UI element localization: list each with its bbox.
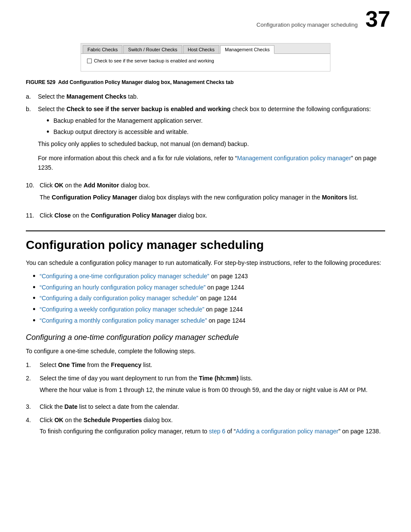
link-text-2: “Configuring an hourly configuration pol… — [40, 283, 244, 292]
header-title: Configuration policy manager scheduling — [256, 22, 358, 28]
sub-step-3: 3. Click the Date list to select a date … — [26, 402, 385, 411]
bullet-dot-l1: • — [33, 272, 40, 281]
step-b-label: b. — [26, 105, 38, 177]
subsection-intro: To configure a one-time schedule, comple… — [26, 346, 385, 356]
step-10: 10. Click OK on the Add Monitor dialog b… — [26, 181, 385, 206]
more-info-para: For more information about this check an… — [38, 153, 385, 173]
link-hourly[interactable]: “Configuring an hourly configuration pol… — [40, 284, 206, 291]
alpha-steps: a. Select the Management Checks tab. b. … — [26, 92, 385, 177]
tab-host-checks[interactable]: Host Checks — [183, 45, 219, 53]
adding-policy-link[interactable]: Adding a configuration policy manager — [236, 428, 338, 435]
step-10-list: 10. Click OK on the Add Monitor dialog b… — [26, 181, 385, 220]
sub-step-2-label: 2. — [26, 374, 40, 398]
link-item-3: • “Configuring a daily configuration pol… — [33, 294, 385, 303]
links-list: • “Configuring a one-time configuration … — [33, 272, 385, 325]
link-item-5: • “Configuring a monthly configuration p… — [33, 316, 385, 326]
step-10-para: The Configuration Policy Manager dialog … — [40, 193, 385, 202]
link-daily[interactable]: “Configuring a daily configuration polic… — [40, 295, 198, 302]
checkbox-row: Check to see if the server backup is ena… — [87, 58, 324, 63]
step4-para: To finish configuring the configuration … — [40, 427, 385, 436]
step-a-content: Select the Management Checks tab. — [38, 92, 385, 101]
dialog-body: Check to see if the server backup is ena… — [81, 54, 330, 71]
dialog-tabs: Fabric Checks Switch / Router Checks Hos… — [81, 44, 330, 54]
sub-step-4: 4. Click OK on the Schedule Properties d… — [26, 416, 385, 436]
sub-step-2: 2. Select the time of day you want deplo… — [26, 374, 385, 398]
step2-para: Where the hour value is from 1 through 1… — [40, 385, 385, 395]
link-text-3: “Configuring a daily configuration polic… — [40, 294, 237, 303]
step-10-content: Click OK on the Add Monitor dialog box. … — [40, 181, 385, 206]
bullet-dot-l4: • — [33, 305, 40, 314]
sub-step-2-content: Select the time of day you want deployme… — [40, 374, 385, 398]
link-item-4: • “Configuring a weekly configuration po… — [33, 305, 385, 314]
bullet-dot-l3: • — [33, 294, 40, 303]
sub-step-3-content: Click the Date list to select a date fro… — [40, 402, 385, 411]
page-header: Configuration policy manager scheduling … — [0, 0, 411, 34]
bullet-item-1: • Backup enabled for the Management appl… — [47, 116, 385, 126]
bullet-list-b: • Backup enabled for the Management appl… — [47, 116, 385, 137]
step-a: a. Select the Management Checks tab. — [26, 92, 385, 101]
bullet-text-1: Backup enabled for the Management applic… — [53, 116, 202, 125]
sub-step-1-content: Select One Time from the Frequency list. — [40, 361, 385, 370]
bullet-dot-l5: • — [33, 316, 40, 326]
main-content: Fabric Checks Switch / Router Checks Hos… — [0, 34, 411, 453]
sub-step-3-label: 3. — [26, 402, 40, 411]
step-10-label: 10. — [26, 181, 40, 206]
bullet-item-2: • Backup output directory is accessible … — [47, 128, 385, 137]
sub-steps-list: 1. Select One Time from the Frequency li… — [26, 361, 385, 436]
sub-step-4-content: Click OK on the Schedule Properties dial… — [40, 416, 385, 436]
tab-switch-router-checks[interactable]: Switch / Router Checks — [123, 45, 182, 53]
figure-caption: FIGURE 529 Add Configuration Policy Mana… — [26, 79, 385, 85]
bullet-dot-1: • — [47, 116, 53, 126]
sub-step-4-label: 4. — [26, 416, 40, 436]
link-item-2: • “Configuring an hourly configuration p… — [33, 283, 385, 292]
link-weekly[interactable]: “Configuring a weekly configuration poli… — [40, 306, 204, 313]
sub-step-1-label: 1. — [26, 361, 40, 370]
subsection-heading: Configuring a one-time configuration pol… — [26, 333, 385, 342]
link-item-1: • “Configuring a one-time configuration … — [33, 272, 385, 281]
link-text-4: “Configuring a weekly configuration poli… — [40, 305, 243, 314]
bullet-dot-l2: • — [33, 283, 40, 292]
bullet-text-2: Backup output directory is accessible an… — [53, 128, 189, 137]
link-onetime[interactable]: “Configuring a one-time configuration po… — [40, 273, 209, 280]
section-intro: You can schedule a configuration policy … — [26, 258, 385, 268]
page-number: 37 — [365, 8, 390, 30]
tab-fabric-checks[interactable]: Fabric Checks — [83, 45, 122, 53]
bullet-dot-2: • — [47, 128, 53, 137]
sub-step-1: 1. Select One Time from the Frequency li… — [26, 361, 385, 370]
step6-link[interactable]: step 6 — [209, 428, 225, 435]
step-11-content: Click Close on the Configuration Policy … — [40, 211, 385, 220]
section-heading: Configuration policy manager scheduling — [26, 230, 385, 252]
management-policy-link[interactable]: Management configuration policy manager — [237, 155, 351, 162]
server-backup-checkbox[interactable] — [87, 59, 92, 63]
step-11: 11. Click Close on the Configuration Pol… — [26, 211, 385, 220]
checkbox-label: Check to see if the server backup is ena… — [94, 58, 214, 63]
policy-para: This policy only applies to scheduled ba… — [38, 139, 385, 149]
link-text-5: “Configuring a monthly configuration pol… — [40, 316, 246, 325]
link-text-1: “Configuring a one-time configuration po… — [40, 272, 248, 281]
step-b-content: Select the Check to see if the server ba… — [38, 105, 385, 177]
step-11-label: 11. — [26, 211, 40, 220]
step-b: b. Select the Check to see if the server… — [26, 105, 385, 177]
step-a-label: a. — [26, 92, 38, 101]
link-monthly[interactable]: “Configuring a monthly configuration pol… — [40, 317, 207, 324]
tab-management-checks[interactable]: Management Checks — [220, 45, 274, 54]
figure-container: Fabric Checks Switch / Router Checks Hos… — [81, 43, 330, 72]
